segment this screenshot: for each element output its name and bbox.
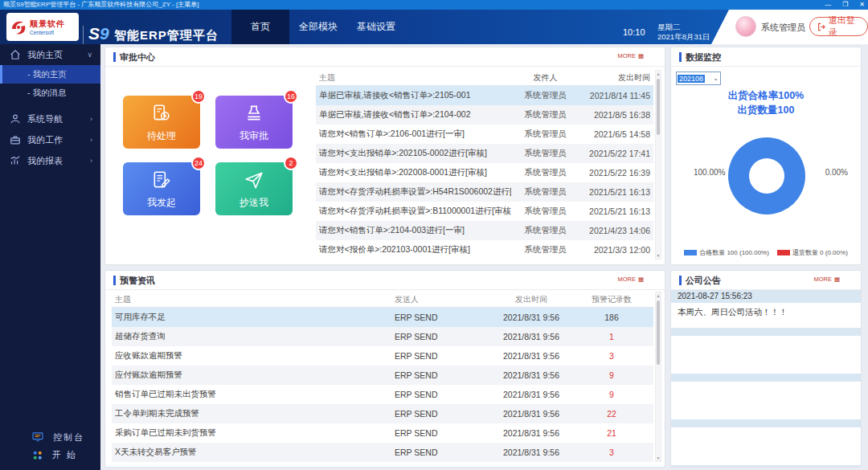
console-icon bbox=[32, 432, 43, 442]
announcements-more-button[interactable]: MORE▦ bbox=[813, 276, 840, 283]
legend-return: 退货数量 0 (0.00%) bbox=[777, 248, 848, 257]
chevron-down-icon: ⌄ bbox=[713, 75, 719, 82]
more-grid-icon: ▦ bbox=[638, 276, 644, 283]
product-name: 智能ERP管理平台 bbox=[114, 28, 219, 43]
announcement-empty-block bbox=[671, 336, 861, 374]
window-titlebar: 顺景S9智能ERP管理平台 - 广东顺景软件科技有限公司_ZY - [主菜单] … bbox=[0, 0, 868, 10]
avatar[interactable] bbox=[735, 16, 756, 37]
sidebar-item-system-nav[interactable]: 系统导航 › bbox=[0, 108, 100, 129]
centersoft-swirl-icon bbox=[10, 18, 27, 36]
cc-to-me-tile[interactable]: 抄送我 2 bbox=[215, 162, 293, 215]
report-chart-icon bbox=[10, 155, 21, 166]
warning-row[interactable]: 采购订单已过期未到货预警ERP SEND2021/8/31 9:5621 bbox=[112, 423, 653, 443]
clock-time: 10:10 bbox=[623, 27, 645, 37]
user-area: 系统管理员 退出登录 bbox=[711, 10, 868, 44]
announcement-text[interactable]: 本周六、周日公司活动！！！ bbox=[671, 303, 861, 328]
initiated-by-me-tile[interactable]: 我发起 24 bbox=[123, 162, 200, 215]
approval-row[interactable]: 请您对<销售订单>:2106-001进行[一审]系统管理员2021/6/5 14… bbox=[316, 125, 653, 144]
scroll-down-icon[interactable]: ▼ bbox=[656, 252, 661, 259]
sidebar-item-my-home[interactable]: 我的主页 ∨ bbox=[0, 44, 100, 65]
approval-center-title: 审批中心 bbox=[113, 51, 155, 63]
announcement-empty-block bbox=[671, 427, 861, 465]
pending-doc-clock-icon bbox=[151, 103, 172, 124]
sidebar-item-my-work[interactable]: 我的工作 › bbox=[0, 129, 100, 150]
approval-row[interactable]: 单据已审核,请接收<销售订单>:2105-001系统管理员2021/8/14 1… bbox=[316, 86, 653, 105]
approval-row[interactable]: 请您对<存货浮动耗损率设置>:B11000001进行[审核]系统管理员2021/… bbox=[316, 202, 653, 221]
warning-row[interactable]: 超储存货查询ERP SEND2021/8/31 9:561 bbox=[112, 327, 653, 346]
pending-tile[interactable]: 待处理 19 bbox=[123, 96, 200, 149]
chevron-down-icon: ∨ bbox=[87, 51, 92, 59]
start-button[interactable]: 开 始 bbox=[0, 446, 100, 464]
sidebar: 我的主页 ∨ - 我的主页 - 我的消息 系统导航 › 我的工作 › bbox=[0, 44, 100, 470]
chevron-right-icon: › bbox=[90, 136, 92, 144]
announcement-empty-band bbox=[671, 374, 861, 382]
approval-row[interactable]: 请您对<支出报销单>:202105-0002进行[审核]系统管理员2021/5/… bbox=[316, 144, 653, 163]
console-button[interactable]: 控制台 bbox=[0, 428, 100, 446]
donut-legend: 合格数量 100 (100.00%) 退货数量 0 (0.00%) bbox=[671, 248, 861, 257]
approval-row[interactable]: 请您对<存货浮动耗损率设置>:H54R1S006002进行[审核]系统管理员20… bbox=[316, 182, 653, 202]
tab-base-settings[interactable]: 基础设置 bbox=[347, 10, 405, 44]
warning-row[interactable]: 可用库存不足ERP SEND2021/8/31 9:56186 bbox=[112, 308, 653, 327]
warning-row[interactable]: 工令单到期未完成预警ERP SEND2021/8/31 9:5622 bbox=[112, 404, 653, 423]
warning-row[interactable]: 应付账款逾期预警ERP SEND2021/8/31 9:569 bbox=[112, 366, 653, 385]
logout-button[interactable]: 退出登录 bbox=[809, 17, 868, 36]
date: 2021年8月31日 bbox=[657, 32, 710, 42]
announcement-empty-block bbox=[671, 382, 861, 419]
approval-row[interactable]: 单据已审核,请接收<销售订单>:2104-002系统管理员2021/8/5 16… bbox=[316, 105, 653, 125]
warning-row[interactable]: 销售订单已过期未出货预警ERP SEND2021/8/31 9:569 bbox=[112, 385, 653, 404]
logout-icon bbox=[817, 22, 825, 31]
sidebar-subitem-my-home[interactable]: - 我的主页 bbox=[0, 65, 100, 84]
approval-row[interactable]: 请您对<销售订单>:2104-003进行[一审]系统管理员2021/4/23 1… bbox=[316, 221, 653, 240]
scroll-up-icon[interactable]: ▲ bbox=[656, 71, 661, 77]
warning-row[interactable]: X天未转交易客户预警ERP SEND2021/8/31 9:563 bbox=[112, 443, 653, 462]
my-approvals-tile[interactable]: 我审批 16 bbox=[215, 96, 293, 149]
sidebar-item-my-reports[interactable]: 我的报表 › bbox=[0, 150, 100, 171]
donut-right-label: 0.00% bbox=[825, 168, 848, 177]
announcement-empty-band bbox=[671, 419, 861, 427]
approval-more-button[interactable]: MORE▦ bbox=[617, 52, 644, 59]
username: 系统管理员 bbox=[761, 22, 805, 34]
erp-main-window: 顺景S9智能ERP管理平台 - 广东顺景软件科技有限公司_ZY - [主菜单] … bbox=[0, 0, 868, 470]
legend-pass: 合格数量 100 (100.00%) bbox=[684, 248, 769, 257]
start-grid-icon bbox=[32, 450, 43, 460]
period-value: 202108 bbox=[678, 75, 705, 83]
tab-home[interactable]: 首页 bbox=[231, 10, 289, 44]
warning-row[interactable]: 应收账款逾期预警ERP SEND2021/8/31 9:563 bbox=[112, 346, 653, 366]
sidebar-subitem-my-messages[interactable]: - 我的消息 bbox=[0, 84, 100, 102]
announcement-empty-band bbox=[671, 328, 861, 336]
paper-plane-icon bbox=[244, 170, 264, 190]
pass-rate-headline: 出货合格率100% bbox=[671, 89, 861, 103]
announcement-date[interactable]: 2021-08-27 15:56:23 bbox=[671, 290, 861, 303]
s9-mark: S9 bbox=[88, 24, 109, 43]
scroll-down-icon[interactable]: ▼ bbox=[656, 455, 661, 461]
shipment-qty-headline: 出货数量100 bbox=[671, 104, 861, 117]
brand-name-en: Centersoft bbox=[30, 30, 65, 35]
warning-more-button[interactable]: MORE▦ bbox=[617, 276, 644, 283]
approval-row[interactable]: 请您对<报价单>:202103-0001进行[审核]系统管理员2021/3/3 … bbox=[316, 240, 653, 260]
announcement-empty-band bbox=[671, 465, 861, 468]
period-select[interactable]: 202108 ⌄ bbox=[676, 72, 721, 85]
my-approvals-count-badge: 16 bbox=[284, 89, 298, 104]
stamp-icon bbox=[244, 103, 264, 124]
maximize-button[interactable]: ❐ bbox=[842, 0, 848, 10]
clock-date: 星期二 2021年8月31日 bbox=[657, 22, 710, 42]
main-nav-tabs: 首页 全部模块 基础设置 bbox=[231, 10, 405, 44]
warning-table-scrollbar[interactable]: ▲ ▼ bbox=[655, 292, 661, 462]
warning-news-title: 预警资讯 bbox=[113, 275, 155, 287]
cc-count-badge: 2 bbox=[284, 156, 298, 170]
window-title: 顺景S9智能ERP管理平台 - 广东顺景软件科技有限公司_ZY - [主菜单] bbox=[3, 1, 199, 8]
weekday: 星期二 bbox=[657, 22, 710, 32]
app-header: 顺景软件 Centersoft S9 智能ERP管理平台 首页 全部模块 基础设… bbox=[0, 10, 868, 44]
chevron-right-icon: › bbox=[90, 157, 92, 165]
scroll-up-icon[interactable]: ▲ bbox=[656, 292, 661, 299]
tab-all-modules[interactable]: 全部模块 bbox=[289, 10, 347, 44]
more-grid-icon: ▦ bbox=[638, 52, 644, 59]
warning-news-panel: 预警资讯 MORE▦ 主题 发送人 发出时间 预警记录数 可用库存不足ERP S… bbox=[104, 270, 665, 468]
pending-count-badge: 19 bbox=[191, 89, 206, 104]
approval-center-panel: 审批中心 MORE▦ 待处理 19 我审批 16 bbox=[104, 47, 665, 265]
home-icon bbox=[10, 49, 21, 60]
minimize-button[interactable]: — bbox=[825, 0, 831, 10]
approval-row[interactable]: 请您对<支出报销单>:202008-0001进行[审核]系统管理员2021/5/… bbox=[316, 163, 653, 182]
close-button[interactable]: ✕ bbox=[859, 0, 865, 10]
approval-table-scrollbar[interactable]: ▲ ▼ bbox=[655, 70, 661, 260]
